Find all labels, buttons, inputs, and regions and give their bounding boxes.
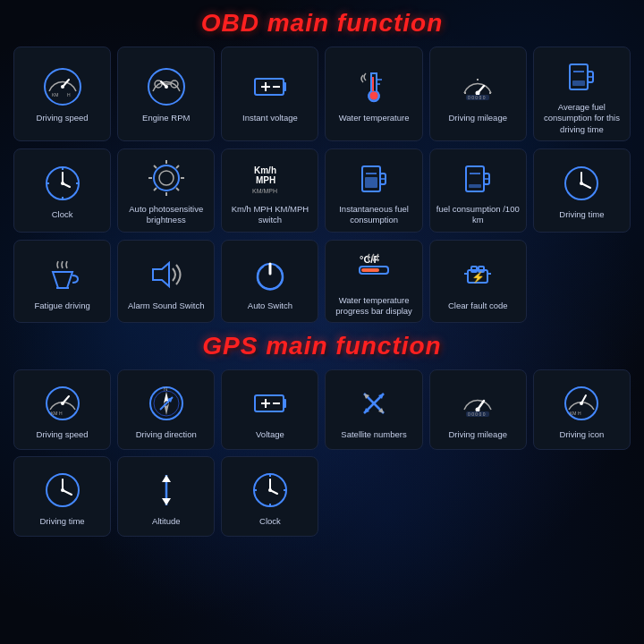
obd-instant-voltage[interactable]: Instant voltage (221, 47, 318, 141)
svg-point-10 (165, 85, 168, 89)
obd-engine-rpm[interactable]: Engine RPM (117, 47, 215, 141)
obd-fatigue-label: Fatigue driving (34, 301, 89, 311)
battery-icon (249, 65, 292, 108)
gps-driving-speed[interactable]: KM H Driving speed (13, 369, 111, 450)
svg-text:Km/h: Km/h (254, 165, 276, 175)
obd-auto-switch-label: Auto Switch (248, 301, 292, 311)
fatigue-icon (41, 253, 84, 296)
compass-icon: N (145, 382, 188, 425)
obd-row2: Clock Auto photosensitive brightness (13, 148, 631, 233)
obd-clock-label: Clock (52, 209, 73, 220)
obd-clock[interactable]: Clock (13, 148, 111, 233)
svg-marker-68 (153, 263, 169, 286)
gps-voltage-label: Voltage (256, 429, 284, 440)
gps-clock-label: Clock (259, 516, 281, 527)
fuel-icon (560, 55, 603, 97)
obd-fuel-100km[interactable]: fuel consumption /100 km (429, 148, 527, 233)
obd-kmph-switch[interactable]: Km/h MPH KM/MPH Km/h MPH KM/MPH switch (221, 148, 318, 233)
gps-row1: KM H Driving speed N (13, 369, 631, 450)
svg-text:⚡: ⚡ (471, 270, 485, 284)
gps-satellite[interactable]: Satellite numbers (325, 369, 422, 450)
svg-rect-61 (469, 184, 481, 188)
svg-point-35 (61, 182, 64, 185)
obd-driving-time-label: Driving time (559, 209, 604, 220)
gps-direction-label: Driving direction (136, 429, 197, 440)
obd-clear-fault-label: Clear fault code (448, 301, 508, 311)
obd-driving-mileage-label: Driving mileage (449, 113, 507, 123)
obd-fatigue[interactable]: Fatigue driving (13, 240, 111, 324)
obd-alarm-sound-label: Alarm Sound Switch (128, 301, 205, 311)
svg-point-82 (61, 402, 64, 405)
obd-engine-rpm-label: Engine RPM (142, 113, 190, 123)
svg-line-49 (154, 188, 157, 191)
gps-driving-time-label: Driving time (40, 516, 85, 527)
obd-instant-voltage-label: Instant voltage (242, 113, 298, 123)
altitude-icon (145, 469, 188, 512)
obd-title: OBD main function (13, 9, 631, 38)
gps-altitude-label: Altitude (152, 516, 181, 527)
gps-satellite-label: Satellite numbers (341, 429, 406, 440)
alarm-sound-icon (145, 253, 188, 296)
svg-text:0 0 0 0 0: 0 0 0 0 0 (468, 411, 486, 417)
obd-temp-progress[interactable]: °C/F Water temperature progress bar disp… (325, 240, 422, 324)
obd-driving-speed[interactable]: KM H Driving speed (13, 47, 111, 141)
obd-auto-switch[interactable]: Auto Switch (221, 240, 318, 324)
svg-text:KM  H: KM H (570, 411, 581, 416)
obd-alarm-sound[interactable]: Alarm Sound Switch (117, 240, 215, 324)
fault-icon: ⚡ (456, 253, 499, 296)
obd-temp-progress-label: Water temperature progress bar display (329, 295, 418, 318)
obd-fuel-100km-label: fuel consumption /100 km (434, 204, 522, 226)
gps-clock-icon (249, 469, 292, 512)
obd-instant-fuel-label: Instantaneous fuel consumption (329, 204, 418, 226)
gps-odometer-icon: 0 0 0 0 0 (456, 382, 499, 425)
svg-point-66 (580, 182, 583, 185)
svg-rect-56 (365, 177, 377, 188)
gps-driving-speed-label: Driving speed (37, 429, 89, 440)
svg-point-108 (580, 402, 583, 405)
svg-point-120 (268, 488, 272, 492)
gps-drivetime-icon (41, 469, 84, 512)
svg-line-47 (154, 165, 157, 168)
obd-driving-speed-label: Driving speed (37, 113, 89, 123)
obd-kmph-switch-label: Km/h MPH KM/MPH switch (225, 204, 314, 226)
gps-altitude[interactable]: Altitude (117, 456, 215, 537)
temp-icon (352, 65, 395, 108)
svg-rect-30 (572, 80, 585, 86)
instant-fuel-icon (352, 157, 395, 199)
gps-mileage-label: Driving mileage (449, 429, 507, 440)
kmph-icon: Km/h MPH KM/MPH (249, 157, 292, 199)
svg-text:KM: KM (52, 92, 59, 97)
gps-direction[interactable]: N Driving direction (117, 369, 215, 450)
power-icon (249, 253, 292, 296)
svg-rect-92 (284, 399, 286, 408)
svg-text:MPH: MPH (256, 175, 275, 185)
obd-driving-time[interactable]: Driving time (533, 148, 631, 233)
obd-instant-fuel[interactable]: Instantaneous fuel consumption (325, 148, 422, 233)
fuel2-icon (456, 157, 499, 199)
clock-icon (41, 162, 84, 205)
svg-point-16 (369, 91, 378, 100)
odometer-icon: 0 0 0 0 0 (456, 65, 499, 108)
svg-text:0 0 0 0 0: 0 0 0 0 0 (468, 95, 486, 100)
brightness-icon (145, 157, 188, 199)
obd-avg-fuel[interactable]: Average fuel consumption for this drivin… (533, 47, 631, 141)
gps-voltage[interactable]: Voltage (221, 369, 318, 450)
gps-speed-icon: KM H (41, 382, 84, 425)
obd-water-temp[interactable]: Water temperature (325, 47, 422, 141)
svg-text:KM/MPH: KM/MPH (252, 188, 277, 194)
obd-brightness[interactable]: Auto photosensitive brightness (117, 148, 215, 233)
svg-point-113 (61, 488, 64, 492)
satellite-icon (352, 382, 395, 425)
svg-rect-73 (361, 268, 379, 272)
gps-clock[interactable]: Clock (221, 456, 318, 537)
gps-row2: Driving time Altitude (13, 456, 631, 537)
obd-avg-fuel-label: Average fuel consumption for this drivin… (538, 102, 626, 135)
obd-clear-fault[interactable]: ⚡ Clear fault code (429, 240, 527, 324)
svg-rect-19 (372, 77, 374, 91)
obd-driving-mileage[interactable]: 0 0 0 0 0 Driving mileage (429, 47, 527, 141)
gps-driving-time[interactable]: Driving time (13, 456, 111, 537)
svg-line-48 (176, 188, 179, 191)
obd-brightness-label: Auto photosensitive brightness (122, 204, 210, 226)
gps-mileage[interactable]: 0 0 0 0 0 Driving mileage (429, 369, 527, 450)
gps-driving-icon[interactable]: KM H Driving icon (533, 369, 631, 450)
